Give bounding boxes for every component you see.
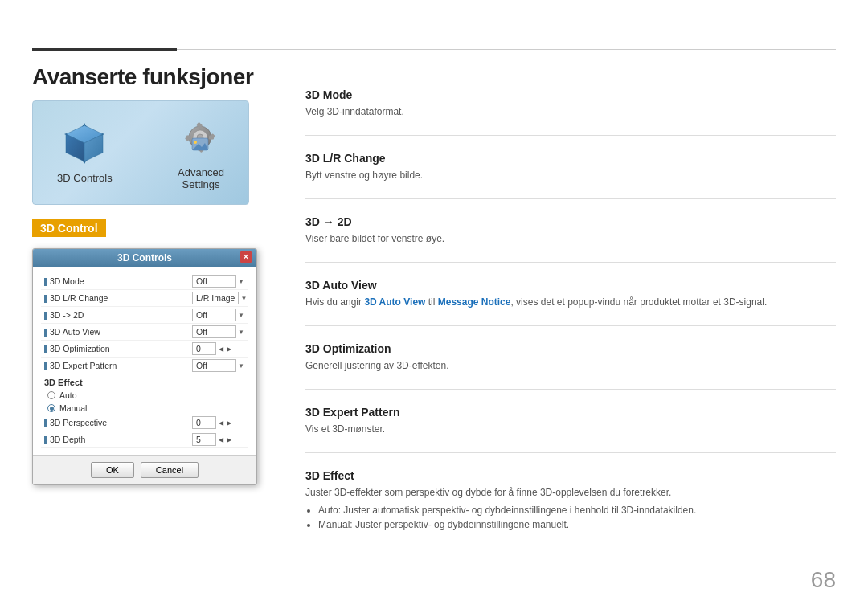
divider-2	[305, 198, 836, 199]
svg-point-16	[194, 141, 197, 144]
page-number: 68	[811, 567, 836, 593]
dialog-row-3d-2d: 3D -> 2D Off ▼	[41, 307, 248, 324]
section-lr-change-title: 3D L/R Change	[305, 152, 836, 165]
dialog-value-expert-pattern[interactable]: Off ▼	[192, 359, 248, 372]
dialog-cancel-button[interactable]: Cancel	[141, 462, 199, 478]
dialog-label-lr-change: 3D L/R Change	[41, 293, 192, 303]
section-expert-pattern: 3D Expert Pattern Vis et 3D-mønster.	[305, 406, 836, 436]
radio-auto[interactable]	[47, 391, 55, 399]
section-lr-change-desc: Bytt venstre og høyre bilde.	[305, 168, 836, 182]
section-3d-mode: 3D Mode Velg 3D-inndataformat.	[305, 88, 836, 119]
top-divider	[32, 48, 836, 51]
dialog-label-3d-mode: 3D Mode	[41, 276, 192, 286]
section-auto-view: 3D Auto View Hvis du angir 3D Auto View …	[305, 279, 836, 309]
dialog-row-optimization: 3D Optimization 0 ◀ ▶	[41, 341, 248, 358]
section-optimization-desc: Generell justering av 3D-effekten.	[305, 358, 836, 373]
dialog-value-perspective[interactable]: 0 ◀ ▶	[192, 416, 248, 429]
divider-5	[305, 389, 836, 390]
section-3d-mode-desc: Velg 3D-inndataformat.	[305, 104, 836, 119]
radio-manual-label: Manual	[59, 403, 87, 413]
dialog-row-3d-mode: 3D Mode Off ▼	[41, 273, 248, 290]
bullet-manual-text: : Juster perspektiv- og dybdeinnstilling…	[350, 519, 569, 530]
section-3d-effect: 3D Effect Juster 3D-effekter som perspek…	[305, 469, 836, 530]
section-lr-change: 3D L/R Change Bytt venstre og høyre bild…	[305, 152, 836, 182]
bullet-auto-text: : Juster automatisk perspektiv- og dybde…	[338, 505, 697, 516]
dialog-section-3d-effect: 3D Effect	[41, 374, 248, 389]
dialog-label-auto-view: 3D Auto View	[41, 327, 192, 337]
dialog-value-depth[interactable]: 5 ◀ ▶	[192, 433, 248, 446]
section-optimization: 3D Optimization Generell justering av 3D…	[305, 342, 836, 373]
divider-1	[305, 135, 836, 136]
bullet-auto-bold: Auto	[318, 505, 338, 516]
dialog-row-lr-change: 3D L/R Change L/R Image ▼	[41, 290, 248, 307]
section-3d-2d: 3D → 2D Viser bare bildet for venstre øy…	[305, 215, 836, 246]
menu-item-3d-controls-label: 3D Controls	[57, 172, 113, 184]
dialog-title: 3D Controls	[117, 252, 172, 264]
section-auto-view-desc: Hvis du angir 3D Auto View til Message N…	[305, 295, 836, 309]
dialog-row-auto-view: 3D Auto View Off ▼	[41, 324, 248, 341]
dialog-row-expert-pattern: 3D Expert Pattern Off ▼	[41, 358, 248, 374]
section-3d-effect-title: 3D Effect	[305, 469, 836, 482]
divider-3	[305, 262, 836, 263]
dialog-value-lr-change[interactable]: L/R Image ▼	[192, 292, 248, 304]
highlight-auto-view: 3D Auto View	[364, 296, 425, 308]
dialog-title-bar: 3D Controls ✕	[33, 249, 256, 267]
dialog-footer: OK Cancel	[33, 455, 256, 484]
dialog-label-optimization: 3D Optimization	[41, 344, 192, 353]
section-3d-2d-title: 3D → 2D	[305, 215, 836, 228]
3d-cube-icon	[63, 121, 107, 166]
dialog-row-depth: 3D Depth 5 ◀ ▶	[41, 431, 248, 448]
dialog-body: 3D Mode Off ▼ 3D L/R Change L/R Image ▼	[33, 267, 256, 455]
dialog-radio-auto-row[interactable]: Auto	[41, 389, 248, 402]
radio-auto-label: Auto	[59, 390, 77, 400]
section-3d-2d-desc: Viser bare bildet for venstre øye.	[305, 231, 836, 246]
dialog-3d-controls: 3D Controls ✕ 3D Mode Off ▼ 3D L/R Chang…	[32, 248, 257, 485]
divider-6	[305, 452, 836, 453]
section-optimization-title: 3D Optimization	[305, 342, 836, 355]
bullet-auto: Auto: Juster automatisk perspektiv- og d…	[318, 505, 836, 516]
section-expert-pattern-desc: Vis et 3D-mønster.	[305, 422, 836, 436]
section-auto-view-title: 3D Auto View	[305, 279, 836, 292]
dialog-label-depth: 3D Depth	[41, 435, 192, 444]
section-3d-effect-desc: Juster 3D-effekter som perspektiv og dyb…	[305, 485, 836, 500]
section-3d-mode-title: 3D Mode	[305, 88, 836, 101]
dialog-label-perspective: 3D Perspective	[41, 418, 192, 427]
highlight-message-notice: Message Notice	[438, 296, 511, 308]
dialog-row-perspective: 3D Perspective 0 ◀ ▶	[41, 415, 248, 431]
left-column: 3D Controls	[32, 100, 289, 485]
dialog-value-optimization[interactable]: 0 ◀ ▶	[192, 342, 248, 355]
section-expert-pattern-title: 3D Expert Pattern	[305, 406, 836, 419]
dialog-value-3d-mode[interactable]: Off ▼	[192, 275, 248, 288]
gear-icon	[178, 116, 223, 160]
dialog-value-auto-view[interactable]: Off ▼	[192, 325, 248, 338]
bullet-manual-bold: Manual	[318, 519, 350, 530]
dialog-label-expert-pattern: 3D Expert Pattern	[41, 361, 192, 370]
divider-4	[305, 325, 836, 326]
dialog-ok-button[interactable]: OK	[91, 462, 134, 478]
page-title: Avanserte funksjoner	[32, 64, 253, 90]
section-3d-effect-bullets: Auto: Juster automatisk perspektiv- og d…	[305, 505, 836, 530]
dialog-close-button[interactable]: ✕	[240, 251, 252, 263]
bullet-manual: Manual: Juster perspektiv- og dybdeinnst…	[318, 519, 836, 530]
3d-control-badge: 3D Control	[32, 219, 106, 237]
radio-manual[interactable]	[47, 404, 55, 412]
menu-divider	[145, 121, 145, 185]
right-column: 3D Mode Velg 3D-inndataformat. 3D L/R Ch…	[305, 88, 836, 546]
menu-item-3d-controls[interactable]: 3D Controls	[57, 121, 113, 184]
menu-item-advanced-settings-label: AdvancedSettings	[178, 166, 224, 190]
dialog-value-3d-2d[interactable]: Off ▼	[192, 309, 248, 321]
dialog-label-3d-2d: 3D -> 2D	[41, 310, 192, 320]
menu-item-advanced-settings[interactable]: AdvancedSettings	[178, 116, 224, 190]
menu-icons-box: 3D Controls	[32, 100, 249, 205]
dialog-radio-manual-row[interactable]: Manual	[41, 402, 248, 415]
